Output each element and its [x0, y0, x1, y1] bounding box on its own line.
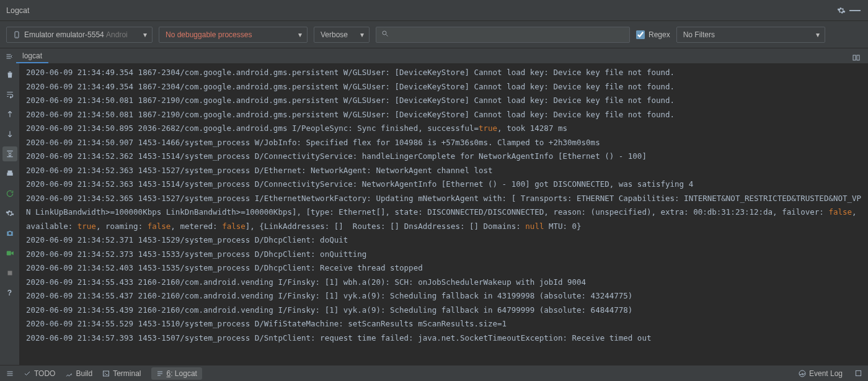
log-line: 2020-06-09 21:34:49.354 1867-2304/com.go… — [26, 80, 863, 94]
log-line: 2020-06-09 21:34:52.363 1453-1527/system… — [26, 164, 863, 178]
svg-line-3 — [386, 35, 388, 37]
svg-rect-8 — [7, 271, 12, 276]
bottom-lock-icon[interactable] — [855, 370, 862, 377]
tab-logcat[interactable]: logcat — [16, 50, 48, 63]
process-label: No debuggable processes — [166, 30, 252, 39]
bottom-build[interactable]: Build — [65, 369, 92, 378]
chevron-down-icon: ▾ — [360, 30, 364, 39]
log-line: 2020-06-09 21:34:50.895 2036-2682/com.go… — [26, 122, 863, 136]
chevron-down-icon: ▾ — [816, 30, 820, 39]
svg-rect-6 — [6, 251, 11, 256]
regex-checkbox[interactable] — [636, 30, 645, 39]
minimize-icon[interactable]: — — [848, 4, 862, 17]
record-icon[interactable] — [2, 246, 17, 261]
bottom-eventlog[interactable]: Event Log — [799, 369, 843, 378]
log-line: 2020-06-09 21:34:50.907 1453-1466/system… — [26, 136, 863, 150]
device-label: Emulator emulator-5554 — [24, 30, 104, 39]
panel-title: Logcat — [6, 6, 30, 15]
log-line: 2020-06-09 21:34:52.365 1453-1527/system… — [26, 192, 863, 234]
log-line: 2020-06-09 21:34:55.433 2160-2160/com.an… — [26, 276, 863, 290]
device-select[interactable]: Emulator emulator-5554 Androi ▾ — [6, 27, 153, 43]
process-select[interactable]: No debuggable processes ▾ — [159, 27, 308, 43]
log-line: 2020-06-09 21:34:50.081 1867-2190/com.go… — [26, 94, 863, 108]
log-line: 2020-06-09 21:34:52.363 1453-1514/system… — [26, 177, 863, 192]
gear-icon[interactable] — [2, 206, 17, 221]
gear-icon[interactable] — [835, 4, 848, 17]
svg-point-1 — [17, 37, 17, 37]
bottom-todo[interactable]: TODO — [24, 369, 55, 378]
regex-label: Regex — [649, 30, 670, 39]
search-icon — [381, 30, 389, 39]
log-line: 2020-06-09 21:34:55.437 2160-2160/com.an… — [26, 289, 863, 303]
filter-config-select[interactable]: No Filters ▾ — [676, 27, 825, 43]
chevron-down-icon: ▾ — [298, 30, 302, 39]
log-line: 2020-06-09 21:34:52.373 1453-1533/system… — [26, 248, 863, 262]
tab-list-icon[interactable] — [2, 50, 16, 63]
svg-rect-4 — [853, 55, 856, 60]
refresh-icon[interactable] — [2, 186, 17, 201]
log-line: 2020-06-09 21:34:50.081 1867-2190/com.go… — [26, 108, 863, 122]
loglevel-label: Verbose — [321, 30, 348, 39]
bottom-logcat-label: 6: Logcat — [167, 369, 197, 378]
log-line: 2020-06-09 21:34:52.371 1453-1529/system… — [26, 233, 863, 248]
stop-icon[interactable] — [2, 266, 17, 280]
arrow-up-icon[interactable] — [2, 107, 17, 122]
print-icon[interactable] — [2, 166, 17, 181]
help-icon[interactable]: ? — [2, 285, 17, 300]
filter-label: No Filters — [683, 30, 715, 39]
bottom-todo-label: TODO — [34, 369, 55, 378]
log-line: 2020-06-09 21:34:52.403 1453-1535/system… — [26, 261, 863, 276]
search-input-wrapper[interactable] — [376, 27, 630, 43]
device-suffix: Androi — [106, 30, 128, 39]
svg-rect-9 — [104, 371, 109, 376]
titlebar: Logcat — — [0, 0, 868, 21]
log-toolbar: ? — [0, 63, 20, 365]
tab-bar: logcat — [0, 48, 868, 63]
loglevel-select[interactable]: Verbose ▾ — [314, 27, 370, 43]
wrap-icon[interactable] — [2, 87, 17, 102]
trash-icon[interactable] — [2, 67, 17, 82]
status-bar: TODO Build Terminal 6: Logcat Event Log — [0, 365, 868, 381]
bottom-menu-icon[interactable] — [6, 370, 14, 377]
arrow-down-icon[interactable] — [2, 127, 17, 141]
regex-checkbox-wrapper[interactable]: Regex — [636, 30, 670, 39]
svg-rect-5 — [857, 55, 859, 60]
log-output[interactable]: 2020-06-09 21:34:49.354 1867-2304/com.go… — [20, 63, 868, 365]
svg-rect-10 — [856, 370, 861, 375]
log-line: 2020-06-09 21:34:52.362 1453-1514/system… — [26, 150, 863, 164]
log-line: 2020-06-09 21:34:49.354 1867-2304/com.go… — [26, 66, 863, 80]
log-line: 2020-06-09 21:34:55.529 1453-1510/system… — [26, 317, 863, 331]
camera-icon[interactable] — [2, 226, 17, 241]
tab-label: logcat — [22, 52, 42, 60]
svg-point-2 — [383, 31, 386, 35]
bottom-eventlog-label: Event Log — [809, 369, 843, 378]
main-area: ? 2020-06-09 21:34:49.354 1867-2304/com.… — [0, 63, 868, 365]
scroll-end-icon[interactable] — [2, 146, 17, 161]
chevron-down-icon: ▾ — [143, 30, 147, 39]
filter-bar: Emulator emulator-5554 Androi ▾ No debug… — [0, 21, 868, 48]
bottom-logcat[interactable]: 6: Logcat — [151, 367, 202, 380]
log-line: 2020-06-09 21:34:57.393 1453-1507/system… — [26, 331, 863, 346]
layout-icon[interactable] — [851, 52, 862, 63]
log-line: 2020-06-09 21:34:55.439 2160-2160/com.an… — [26, 303, 863, 318]
search-input[interactable] — [392, 30, 624, 39]
bottom-terminal-label: Terminal — [113, 369, 141, 378]
bottom-terminal[interactable]: Terminal — [102, 369, 141, 378]
svg-marker-7 — [11, 251, 14, 255]
bottom-build-label: Build — [76, 369, 92, 378]
